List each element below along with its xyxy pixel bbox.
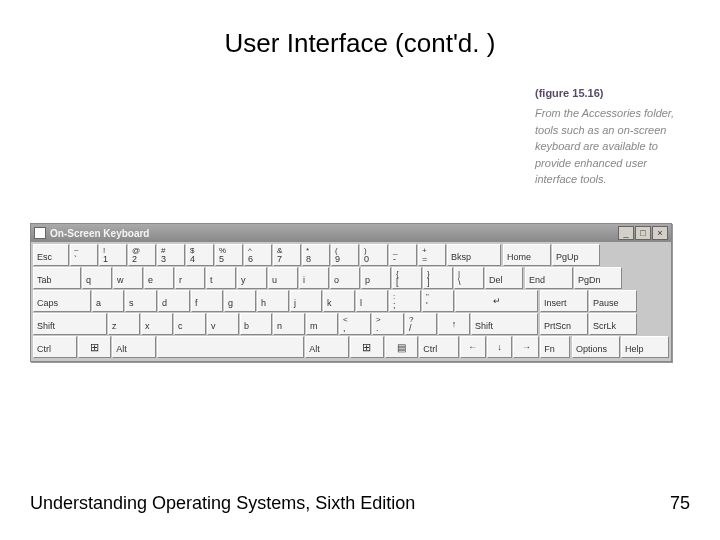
key-scrlk[interactable]: ScrLk <box>589 313 637 335</box>
key-delete[interactable]: Del <box>485 267 523 289</box>
close-button[interactable]: × <box>652 226 668 240</box>
key-n[interactable]: n <box>273 313 305 335</box>
keyboard-row-2: Tab q w e r t y u i o p {[ }] |\ Del End… <box>33 267 669 289</box>
key-pgup[interactable]: PgUp <box>552 244 600 266</box>
key-prtscn[interactable]: PrtScn <box>540 313 588 335</box>
key-w[interactable]: w <box>113 267 143 289</box>
key-help[interactable]: Help <box>621 336 669 358</box>
key-p[interactable]: p <box>361 267 391 289</box>
key-bracket-right[interactable]: }] <box>423 267 453 289</box>
page-number: 75 <box>670 493 690 514</box>
maximize-button[interactable]: □ <box>635 226 651 240</box>
key-arrow-down[interactable]: ↓ <box>487 336 513 358</box>
key-esc[interactable]: Esc <box>33 244 69 266</box>
keyboard-row-4: Shift z x c v b n m <, >. ?/ ↑ Shift Prt… <box>33 313 669 335</box>
key-equals[interactable]: += <box>418 244 446 266</box>
key-end[interactable]: End <box>525 267 573 289</box>
key-a[interactable]: a <box>92 290 124 312</box>
book-title: Understanding Operating Systems, Sixth E… <box>30 493 415 514</box>
key-backtick[interactable]: ~` <box>70 244 98 266</box>
key-s[interactable]: s <box>125 290 157 312</box>
key-quote[interactable]: "' <box>422 290 454 312</box>
key-h[interactable]: h <box>257 290 289 312</box>
figure-label: (figure 15.16) <box>535 87 690 99</box>
key-g[interactable]: g <box>224 290 256 312</box>
key-backslash[interactable]: |\ <box>454 267 484 289</box>
minimize-button[interactable]: _ <box>618 226 634 240</box>
key-f[interactable]: f <box>191 290 223 312</box>
key-bracket-left[interactable]: {[ <box>392 267 422 289</box>
key-slash[interactable]: ?/ <box>405 313 437 335</box>
key-enter[interactable]: ↵ <box>455 290 538 312</box>
key-options[interactable]: Options <box>572 336 620 358</box>
key-v[interactable]: v <box>207 313 239 335</box>
key-o[interactable]: o <box>330 267 360 289</box>
key-x[interactable]: x <box>141 313 173 335</box>
key-l[interactable]: l <box>356 290 388 312</box>
key-tab[interactable]: Tab <box>33 267 81 289</box>
key-z[interactable]: z <box>108 313 140 335</box>
key-j[interactable]: j <box>290 290 322 312</box>
key-arrow-right[interactable]: → <box>513 336 539 358</box>
keyboard-row-1: Esc ~` !1 @2 #3 $4 %5 ^6 &7 *8 (9 )0 _- … <box>33 244 669 266</box>
slide-footer: Understanding Operating Systems, Sixth E… <box>30 493 690 514</box>
key-9[interactable]: (9 <box>331 244 359 266</box>
key-pgdn[interactable]: PgDn <box>574 267 622 289</box>
key-home[interactable]: Home <box>503 244 551 266</box>
key-r[interactable]: r <box>175 267 205 289</box>
key-1[interactable]: !1 <box>99 244 127 266</box>
key-b[interactable]: b <box>240 313 272 335</box>
keyboard-row-5: Ctrl Alt Alt Ctrl ← ↓ → Fn Options Help <box>33 336 669 358</box>
key-6[interactable]: ^6 <box>244 244 272 266</box>
figure-caption-text: From the Accessories folder, tools such … <box>535 105 690 188</box>
key-caps[interactable]: Caps <box>33 290 91 312</box>
key-space[interactable] <box>157 336 304 358</box>
key-windows-left[interactable] <box>78 336 112 358</box>
key-5[interactable]: %5 <box>215 244 243 266</box>
keyboard-body: Esc ~` !1 @2 #3 $4 %5 ^6 &7 *8 (9 )0 _- … <box>31 242 671 361</box>
key-shift-left[interactable]: Shift <box>33 313 107 335</box>
key-y[interactable]: y <box>237 267 267 289</box>
key-8[interactable]: *8 <box>302 244 330 266</box>
key-arrow-up[interactable]: ↑ <box>438 313 470 335</box>
slide-title: User Interface (cont'd. ) <box>0 0 720 67</box>
key-backspace[interactable]: Bksp <box>447 244 501 266</box>
window-title: On-Screen Keyboard <box>50 228 618 239</box>
key-semicolon[interactable]: :; <box>389 290 421 312</box>
key-alt-right[interactable]: Alt <box>305 336 349 358</box>
key-ctrl-left[interactable]: Ctrl <box>33 336 77 358</box>
key-3[interactable]: #3 <box>157 244 185 266</box>
key-fn[interactable]: Fn <box>540 336 570 358</box>
key-m[interactable]: m <box>306 313 338 335</box>
key-i[interactable]: i <box>299 267 329 289</box>
key-insert[interactable]: Insert <box>540 290 588 312</box>
key-e[interactable]: e <box>144 267 174 289</box>
key-context-menu[interactable] <box>385 336 419 358</box>
window-titlebar: On-Screen Keyboard _ □ × <box>31 224 671 242</box>
keyboard-row-3: Caps a s d f g h j k l :; "' ↵ Insert Pa… <box>33 290 669 312</box>
key-4[interactable]: $4 <box>186 244 214 266</box>
key-shift-right[interactable]: Shift <box>471 313 538 335</box>
key-0[interactable]: )0 <box>360 244 388 266</box>
key-c[interactable]: c <box>174 313 206 335</box>
app-icon <box>34 227 46 239</box>
key-2[interactable]: @2 <box>128 244 156 266</box>
key-t[interactable]: t <box>206 267 236 289</box>
key-d[interactable]: d <box>158 290 190 312</box>
key-q[interactable]: q <box>82 267 112 289</box>
key-u[interactable]: u <box>268 267 298 289</box>
key-7[interactable]: &7 <box>273 244 301 266</box>
onscreen-keyboard-window: On-Screen Keyboard _ □ × Esc ~` !1 @2 #3… <box>30 223 672 362</box>
key-period[interactable]: >. <box>372 313 404 335</box>
figure-caption: (figure 15.16) From the Accessories fold… <box>535 87 690 188</box>
key-ctrl-right[interactable]: Ctrl <box>419 336 459 358</box>
key-windows-right[interactable] <box>350 336 384 358</box>
key-pause[interactable]: Pause <box>589 290 637 312</box>
key-arrow-left[interactable]: ← <box>460 336 486 358</box>
key-k[interactable]: k <box>323 290 355 312</box>
key-minus[interactable]: _- <box>389 244 417 266</box>
key-alt-left[interactable]: Alt <box>112 336 156 358</box>
key-comma[interactable]: <, <box>339 313 371 335</box>
